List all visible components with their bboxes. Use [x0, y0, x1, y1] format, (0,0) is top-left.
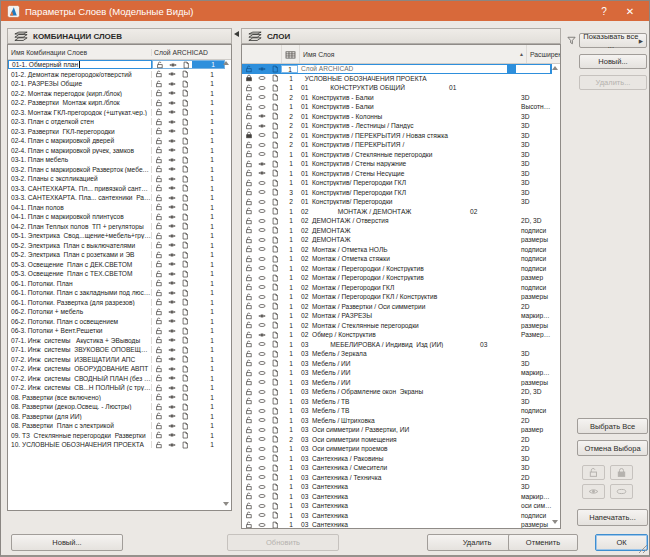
page-icon[interactable] [268, 207, 281, 216]
cancel-button[interactable]: Отменить [508, 534, 578, 551]
combination-row[interactable]: 07-2. Инж_системы_ИЗВЕЩАТИЛИ АПС1 [8, 355, 231, 365]
combination-row[interactable]: 05-3. Освещение_План с ТЕХ.СВЕТОМ1 [8, 269, 231, 279]
layer-row[interactable]: 201_Конструктив/ Перегородки3D [242, 197, 552, 207]
combination-row[interactable]: 05-2. Электрика_План с выключателями1 [8, 241, 231, 251]
lock-open-icon[interactable] [152, 431, 165, 440]
layer-row[interactable]: 103_Оси симметрии проемов2D [242, 444, 552, 454]
eye-closed-icon[interactable] [255, 501, 268, 510]
lock-open-icon[interactable] [242, 416, 255, 425]
page-icon[interactable] [268, 131, 281, 140]
eye-closed-icon[interactable] [255, 368, 268, 377]
lock-open-icon[interactable] [242, 197, 255, 206]
combination-row[interactable]: 03-3. САНТЕХКАРТА. Пл... привязкой санте… [8, 184, 231, 194]
eye-open-icon[interactable] [165, 184, 178, 193]
page-icon[interactable] [178, 108, 191, 117]
page-icon[interactable] [268, 368, 281, 377]
page-icon[interactable] [178, 336, 191, 345]
column-archicad-layer[interactable]: Слой ARCHICAD [152, 49, 208, 56]
layer-row[interactable]: 201_Конструктив / ПЕРЕКРЫТИЯ /3D [242, 140, 552, 150]
page-icon[interactable] [268, 482, 281, 491]
combination-row[interactable]: 06-2. Потолки + мебель1 [8, 307, 231, 317]
lock-open-icon[interactable] [242, 425, 255, 434]
page-icon[interactable] [178, 317, 191, 326]
page-icon[interactable] [178, 165, 191, 174]
page-icon[interactable] [268, 406, 281, 415]
lock-open-icon[interactable] [152, 89, 165, 98]
lock-closed-icon[interactable] [242, 74, 255, 83]
lock-open-icon[interactable] [152, 241, 165, 250]
layer-row[interactable]: 103______МЕБЕЛИРОВКА / Индивид_Изд (ИИ)_… [242, 340, 552, 350]
lock-open-icon[interactable] [152, 374, 165, 383]
page-icon[interactable] [268, 321, 281, 330]
lock-open-icon[interactable] [152, 336, 165, 345]
layer-row[interactable]: 102_Монтаж / РАЗРЕЗЫмаркировка [242, 311, 552, 321]
lock-open-icon[interactable] [242, 406, 255, 415]
combination-row[interactable]: 03-1. План мебель1 [8, 155, 231, 165]
combination-row[interactable]: 07-2. Инж_системы_ОБОРУДОВАНИЕ АВПТ1 [8, 364, 231, 374]
eye-closed-icon[interactable] [255, 93, 268, 102]
page-icon[interactable] [178, 89, 191, 98]
lock-open-icon[interactable] [242, 302, 255, 311]
lock-open-icon[interactable] [242, 378, 255, 387]
page-icon[interactable] [178, 412, 191, 421]
layer-row[interactable]: 102_Монтаж / Стеклянные перегородкиразме… [242, 321, 552, 331]
layer-row[interactable]: 103_Сантехникамаркировка [242, 492, 552, 502]
page-icon[interactable] [268, 454, 281, 463]
intersection-group-icon[interactable] [282, 45, 300, 63]
lock-open-icon[interactable] [242, 473, 255, 482]
page-icon[interactable] [178, 288, 191, 297]
page-icon[interactable] [268, 511, 281, 520]
page-icon[interactable] [268, 311, 281, 320]
eye-closed-icon[interactable] [255, 207, 268, 216]
lock-open-icon[interactable] [152, 70, 165, 79]
lock-open-icon[interactable] [242, 501, 255, 510]
layer-row[interactable]: 203_Оси симметрии помещения2D [242, 435, 552, 445]
eye-closed-icon[interactable] [255, 235, 268, 244]
eye-open-icon[interactable] [255, 64, 268, 73]
lock-open-icon[interactable] [153, 60, 166, 69]
page-icon[interactable] [268, 273, 281, 282]
layer-row[interactable]: 101_Конструктив / Стены наружние3D [242, 159, 552, 169]
lock-open-icon[interactable] [242, 245, 255, 254]
eye-closed-icon[interactable] [255, 83, 268, 92]
page-icon[interactable] [178, 155, 191, 164]
lock-open-icon[interactable] [242, 520, 255, 529]
deselect-button[interactable]: Отмена Выбора [577, 440, 648, 456]
layer-row[interactable]: 103_Сантехника / Раковины3D [242, 454, 552, 464]
eye-open-icon[interactable] [165, 222, 178, 231]
scroll-down-icon[interactable] [552, 520, 558, 524]
lock-open-icon[interactable] [242, 482, 255, 491]
lock-open-icon[interactable] [152, 184, 165, 193]
page-icon[interactable] [178, 79, 191, 88]
eye-closed-icon[interactable] [255, 435, 268, 444]
eye-open-icon[interactable] [165, 127, 178, 136]
lock-open-icon[interactable] [152, 440, 165, 449]
eye-open-icon[interactable] [165, 307, 178, 316]
combination-row[interactable]: 02-3. Монтаж ГКЛ-прегородок (+штукат.чер… [8, 108, 231, 118]
page-icon[interactable] [268, 83, 281, 92]
lock-open-icon[interactable] [152, 136, 165, 145]
eye-open-icon[interactable] [165, 336, 178, 345]
eye-open-icon[interactable] [165, 345, 178, 354]
eye-closed-icon[interactable] [255, 131, 268, 140]
lock-open-icon[interactable] [242, 93, 255, 102]
lock-open-icon[interactable] [242, 397, 255, 406]
column-layer-name[interactable]: Имя Слоя ▲ [300, 51, 526, 58]
lock-open-icon[interactable] [152, 355, 165, 364]
lock-open-icon[interactable] [152, 326, 165, 335]
layer-row[interactable]: 103_Сантехника / Техничка2D [242, 473, 552, 483]
page-icon[interactable] [178, 174, 191, 183]
eye-open-icon[interactable] [165, 193, 178, 202]
eye-closed-icon[interactable] [255, 387, 268, 396]
layer-row[interactable]: 101______КОНСТРУКТИВ ОБЩИЙ____________01 [242, 83, 552, 93]
combination-row[interactable]: 06-1. Потолки. Развертка (для разрезов)1 [8, 298, 231, 308]
scroll-up-icon[interactable] [552, 66, 558, 70]
eye-open-icon[interactable] [165, 89, 178, 98]
eye-closed-icon[interactable] [255, 178, 268, 187]
eye-open-icon[interactable] [165, 402, 178, 411]
lock-open-icon[interactable] [242, 264, 255, 273]
eye-open-icon[interactable] [165, 108, 178, 117]
page-icon[interactable] [178, 393, 191, 402]
page-icon[interactable] [268, 102, 281, 111]
layer-row[interactable]: 103_Мебель / Штриховка2D [242, 416, 552, 426]
